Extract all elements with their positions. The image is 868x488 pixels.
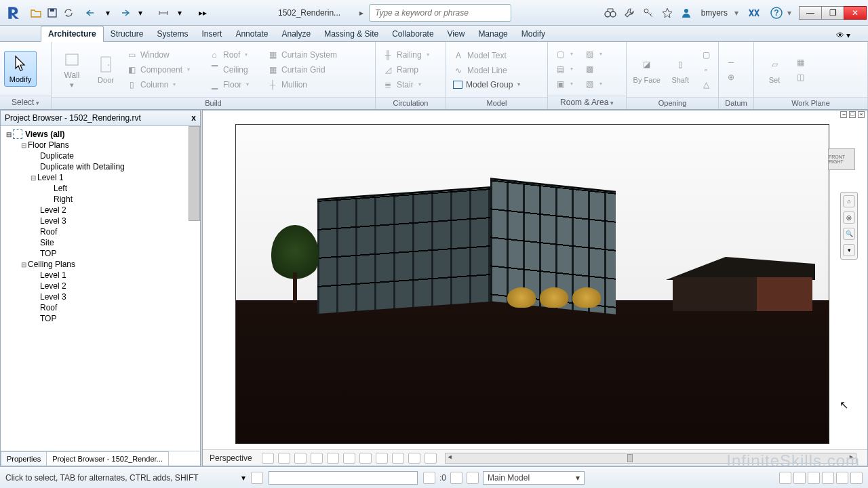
- modify-button[interactable]: Modify: [4, 51, 37, 87]
- tree-item[interactable]: Right: [1, 194, 200, 205]
- chevron-down-icon[interactable]: ▾: [133, 5, 148, 20]
- show-plane-button[interactable]: ▦: [792, 56, 808, 69]
- model-line-button[interactable]: ∿Model Line: [450, 64, 523, 77]
- 3d-canvas[interactable]: [235, 124, 829, 444]
- design-option-selector[interactable]: Main Model▾: [483, 471, 585, 485]
- user-name[interactable]: bmyers: [701, 8, 728, 18]
- search-input[interactable]: [369, 4, 511, 22]
- key-icon[interactable]: [640, 5, 656, 21]
- area-tag-button[interactable]: ▧▾: [581, 77, 605, 91]
- vc-prop-icon[interactable]: [425, 453, 437, 464]
- chevron-down-icon[interactable]: ▾: [172, 5, 187, 20]
- measure-icon[interactable]: [156, 5, 171, 20]
- window-button[interactable]: ▭Window: [123, 48, 205, 62]
- scrollbar-thumb[interactable]: [189, 126, 200, 221]
- tree-item[interactable]: Left: [1, 183, 200, 194]
- vc-reveal-icon[interactable]: [408, 453, 420, 464]
- nav-zoom-icon[interactable]: 🔍: [843, 228, 855, 240]
- tab-manage[interactable]: Manage: [471, 26, 514, 41]
- tab-project-browser[interactable]: Project Browser - 1502_Render...: [46, 451, 169, 466]
- tab-annotate[interactable]: Annotate: [229, 26, 275, 41]
- more-icon[interactable]: ▸▸: [195, 5, 210, 20]
- ramp-button[interactable]: ◿Ramp: [380, 63, 432, 77]
- recent-docs-dropdown[interactable]: ▸: [359, 8, 363, 18]
- tree-item[interactable]: ⊟Level 1: [1, 172, 200, 183]
- wall-button[interactable]: Wall▾: [56, 47, 88, 91]
- area-button[interactable]: ▨▾: [581, 47, 605, 61]
- tree-item[interactable]: Level 2: [1, 205, 200, 216]
- collapse-icon[interactable]: ⊟: [20, 142, 28, 149]
- area-bound-button[interactable]: ▩: [581, 62, 605, 76]
- browser-tree[interactable]: ⊟Views (all) ⊟Floor Plans Duplicate Dupl…: [1, 126, 200, 451]
- nav-home-icon[interactable]: ⌂: [843, 195, 855, 207]
- vc-style-icon[interactable]: [294, 453, 307, 464]
- design-options-icon[interactable]: [467, 472, 479, 484]
- view-min-icon[interactable]: ‒: [840, 111, 847, 118]
- room-tag-button[interactable]: ▣▾: [552, 77, 576, 91]
- tree-item[interactable]: Duplicate: [1, 150, 200, 161]
- tab-insert[interactable]: Insert: [195, 26, 229, 41]
- railing-button[interactable]: ╫Railing▾: [380, 48, 432, 62]
- set-button[interactable]: ▱Set: [758, 52, 791, 87]
- tree-item[interactable]: Roof: [1, 226, 200, 237]
- editable-icon[interactable]: [423, 472, 435, 484]
- door-button[interactable]: Door: [90, 52, 122, 87]
- minimize-button[interactable]: —: [799, 6, 822, 20]
- binoculars-icon[interactable]: [602, 5, 618, 21]
- byface-button[interactable]: ◪By Face: [631, 52, 663, 87]
- level-button[interactable]: ─: [723, 56, 739, 69]
- vc-scale-icon[interactable]: [262, 453, 274, 464]
- close-button[interactable]: ✕: [844, 6, 867, 20]
- ceiling-button[interactable]: ▔Ceiling: [206, 63, 263, 77]
- collapse-icon[interactable]: ⊟: [20, 261, 28, 268]
- redo-icon[interactable]: [117, 5, 132, 20]
- room-button[interactable]: ▢▾: [552, 47, 576, 61]
- undo-icon[interactable]: [84, 5, 99, 20]
- tree-item[interactable]: TOP: [1, 248, 200, 259]
- tab-properties[interactable]: Properties: [1, 451, 47, 466]
- collapse-icon[interactable]: ⊟: [29, 174, 37, 182]
- column-button[interactable]: ▯Column▾: [123, 78, 205, 92]
- help-dropdown[interactable]: ▾: [787, 8, 791, 18]
- browser-close-icon[interactable]: x: [191, 113, 196, 123]
- tree-item[interactable]: Level 3: [1, 216, 200, 226]
- shaft-button[interactable]: ▯Shaft: [665, 52, 697, 87]
- tab-modify[interactable]: Modify: [515, 26, 552, 41]
- app-logo[interactable]: [3, 1, 26, 24]
- workset-selector[interactable]: [269, 471, 418, 485]
- worksets-icon[interactable]: [251, 472, 263, 484]
- star-icon[interactable]: [659, 5, 675, 21]
- wall-opening-button[interactable]: ▢: [698, 48, 714, 62]
- vc-render-icon[interactable]: [343, 453, 355, 464]
- panel-room-title[interactable]: Room & Area: [560, 98, 614, 107]
- tab-collaborate[interactable]: Collaborate: [385, 26, 440, 41]
- stair-button[interactable]: ≣Stair▾: [380, 78, 432, 92]
- sb-icon-5[interactable]: [836, 472, 848, 484]
- floor-button[interactable]: ▁Floor▾: [206, 78, 263, 92]
- vc-detail-icon[interactable]: [278, 453, 290, 464]
- filter-icon[interactable]: [450, 472, 462, 484]
- mullion-button[interactable]: ┼Mullion: [264, 78, 351, 92]
- sb-icon-3[interactable]: [808, 472, 820, 484]
- wrench-icon[interactable]: [621, 5, 637, 21]
- view-max-icon[interactable]: □: [849, 111, 856, 118]
- view-mode-label[interactable]: Perspective: [210, 453, 252, 463]
- tab-architecture[interactable]: Architecture: [41, 26, 104, 42]
- vertical-opening-button[interactable]: ▫: [698, 63, 714, 77]
- ref-plane-button[interactable]: ◫: [792, 70, 808, 84]
- vc-crop-icon[interactable]: [359, 453, 372, 464]
- nav-more-icon[interactable]: ▾: [843, 244, 855, 256]
- curtain-grid-button[interactable]: ▦Curtain Grid: [264, 63, 351, 77]
- nav-wheel-icon[interactable]: ◎: [843, 211, 855, 224]
- curtain-system-button[interactable]: ▦Curtain System: [264, 48, 351, 62]
- vc-lock-icon[interactable]: [376, 453, 388, 464]
- tab-systems[interactable]: Systems: [150, 26, 195, 41]
- tab-analyze[interactable]: Analyze: [275, 26, 317, 41]
- open-icon[interactable]: [28, 5, 43, 20]
- tree-item[interactable]: Level 1: [1, 270, 200, 281]
- help-icon[interactable]: ?: [768, 5, 785, 21]
- horizontal-scrollbar[interactable]: [445, 453, 856, 464]
- tab-massing[interactable]: Massing & Site: [317, 26, 385, 41]
- sb-icon-4[interactable]: [822, 472, 834, 484]
- view-close-icon[interactable]: ×: [858, 111, 865, 118]
